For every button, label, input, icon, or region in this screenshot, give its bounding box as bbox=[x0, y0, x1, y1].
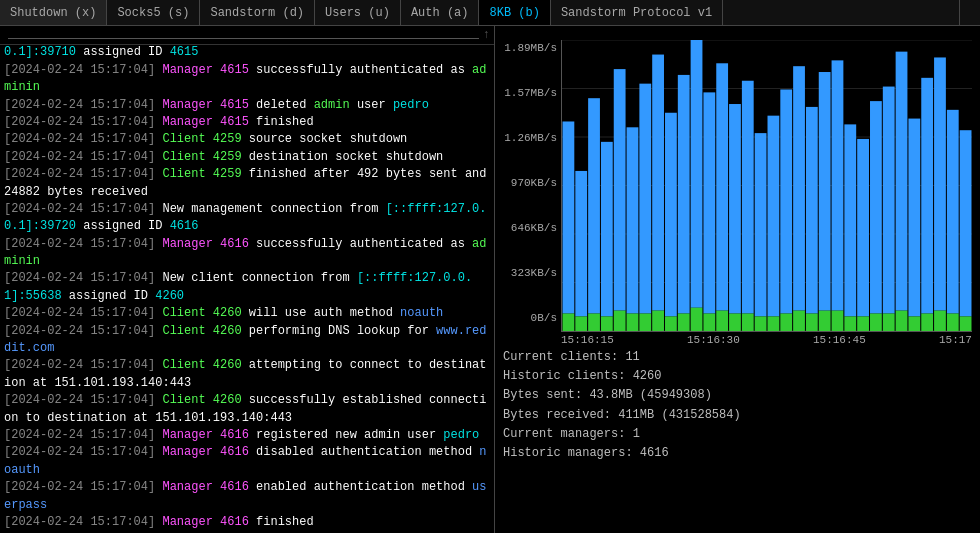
log-line: [2024-02-24 15:17:04] New client connect… bbox=[4, 270, 490, 305]
log-line: [2024-02-24 15:17:04] Manager 4616 succe… bbox=[4, 236, 490, 271]
svg-rect-31 bbox=[716, 63, 728, 310]
y-axis-label: 646KB/s bbox=[511, 222, 557, 234]
stat-label: Historic clients: bbox=[503, 369, 633, 383]
tab-spacer bbox=[723, 0, 960, 25]
log-line: [2024-02-24 15:17:04] New management con… bbox=[4, 45, 490, 62]
chart-container bbox=[561, 40, 972, 332]
tab-sandstorm[interactable]: Sandstorm (d) bbox=[200, 0, 315, 25]
svg-rect-11 bbox=[588, 98, 600, 313]
tab-shutdown[interactable]: Shutdown (x) bbox=[0, 0, 107, 25]
tab-socks5[interactable]: Socks5 (s) bbox=[107, 0, 200, 25]
log-line: [2024-02-24 15:17:04] Manager 4615 delet… bbox=[4, 97, 490, 114]
stat-label: Bytes received: bbox=[503, 408, 618, 422]
x-axis-label: 15:16:45 bbox=[813, 334, 866, 346]
svg-rect-63 bbox=[921, 78, 933, 314]
svg-rect-66 bbox=[934, 311, 946, 331]
stat-label: Current clients: bbox=[503, 350, 625, 364]
svg-rect-21 bbox=[652, 55, 664, 311]
svg-rect-15 bbox=[614, 69, 626, 311]
logs-panel: ↑ [2024-02-24 15:17:04] New management c… bbox=[0, 26, 495, 533]
tab-sandstorm-label: Sandstorm (d) bbox=[210, 6, 304, 20]
svg-rect-12 bbox=[588, 314, 600, 331]
log-line: [2024-02-24 15:17:04] Client 4259 destin… bbox=[4, 149, 490, 166]
tab-users[interactable]: Users (u) bbox=[315, 0, 401, 25]
svg-rect-14 bbox=[601, 316, 613, 331]
stat-line: Current clients: 11 bbox=[503, 348, 972, 367]
log-line: [2024-02-24 15:17:04] Client 4260 attemp… bbox=[4, 357, 490, 392]
svg-rect-56 bbox=[870, 314, 882, 331]
latency-display bbox=[960, 0, 980, 25]
log-line: [2024-02-24 15:17:04] Client 4260 will u… bbox=[4, 305, 490, 322]
x-axis-label: 15:17 bbox=[939, 334, 972, 346]
x-axis-labels: 15:16:1515:16:3015:16:4515:17 bbox=[561, 334, 972, 346]
svg-rect-49 bbox=[832, 60, 844, 310]
svg-rect-20 bbox=[639, 314, 651, 331]
log-line: [2024-02-24 15:17:04] Client 4260 perfor… bbox=[4, 323, 490, 358]
svg-rect-17 bbox=[627, 127, 639, 313]
log-line: [2024-02-24 15:17:04] Manager 4616 disab… bbox=[4, 444, 490, 479]
stat-label: Current managers: bbox=[503, 427, 633, 441]
tab-8kb[interactable]: 8KB (b) bbox=[479, 0, 550, 25]
tab-auth[interactable]: Auth (a) bbox=[401, 0, 480, 25]
graph-area: 1.89MB/s1.57MB/s1.26MB/s970KB/s646KB/s32… bbox=[503, 40, 972, 340]
log-line: [2024-02-24 15:17:04] New management con… bbox=[4, 201, 490, 236]
tab-sandstorm-proto[interactable]: Sandstorm Protocol v1 bbox=[551, 0, 723, 25]
svg-rect-37 bbox=[755, 133, 767, 316]
svg-rect-61 bbox=[908, 119, 920, 317]
svg-rect-46 bbox=[806, 314, 818, 331]
stat-line: Historic managers: 4616 bbox=[503, 444, 972, 463]
svg-rect-53 bbox=[857, 139, 869, 317]
svg-rect-44 bbox=[793, 311, 805, 331]
svg-rect-39 bbox=[768, 116, 780, 317]
svg-rect-68 bbox=[947, 314, 959, 331]
stat-value: 1 bbox=[633, 427, 640, 441]
svg-rect-36 bbox=[742, 314, 754, 331]
stat-line: Historic clients: 4260 bbox=[503, 367, 972, 386]
svg-rect-64 bbox=[921, 314, 933, 331]
y-axis-label: 1.26MB/s bbox=[504, 132, 557, 144]
stat-value: 4260 bbox=[633, 369, 662, 383]
svg-rect-30 bbox=[703, 314, 715, 331]
svg-rect-29 bbox=[703, 92, 715, 313]
tab-users-label: Users (u) bbox=[325, 6, 390, 20]
stats-section: Current clients: 11Historic clients: 426… bbox=[503, 348, 972, 463]
svg-rect-32 bbox=[716, 311, 728, 331]
logs-scroll-indicator: ↑ bbox=[483, 28, 490, 42]
tab-shutdown-label: Shutdown (x) bbox=[10, 6, 96, 20]
svg-rect-43 bbox=[793, 66, 805, 310]
chart-svg bbox=[562, 40, 972, 331]
svg-rect-34 bbox=[729, 314, 741, 331]
svg-rect-9 bbox=[575, 171, 587, 317]
svg-rect-19 bbox=[639, 84, 651, 314]
y-axis-label: 0B/s bbox=[531, 312, 557, 324]
svg-rect-41 bbox=[780, 89, 792, 313]
svg-rect-16 bbox=[614, 311, 626, 331]
tab-bar: Shutdown (x) Socks5 (s) Sandstorm (d) Us… bbox=[0, 0, 980, 26]
svg-rect-35 bbox=[742, 81, 754, 314]
svg-rect-13 bbox=[601, 142, 613, 317]
svg-rect-25 bbox=[678, 75, 690, 314]
y-axis-label: 970KB/s bbox=[511, 177, 557, 189]
svg-rect-52 bbox=[844, 316, 856, 331]
svg-rect-67 bbox=[947, 110, 959, 314]
svg-rect-54 bbox=[857, 316, 869, 331]
svg-rect-50 bbox=[832, 311, 844, 331]
svg-rect-27 bbox=[691, 40, 703, 308]
stat-value: 4616 bbox=[640, 446, 669, 460]
logs-content[interactable]: [2024-02-24 15:17:04] New management con… bbox=[0, 45, 494, 533]
svg-rect-7 bbox=[563, 121, 575, 313]
log-line: [2024-02-24 15:17:04] Client 4259 finish… bbox=[4, 166, 490, 201]
y-axis: 1.89MB/s1.57MB/s1.26MB/s970KB/s646KB/s32… bbox=[503, 40, 561, 340]
logs-header-line bbox=[8, 38, 479, 39]
logs-header: ↑ bbox=[0, 26, 494, 45]
svg-rect-70 bbox=[960, 316, 972, 331]
svg-rect-48 bbox=[819, 311, 831, 331]
stat-line: Bytes received: 411MB (431528584) bbox=[503, 406, 972, 425]
svg-rect-33 bbox=[729, 104, 741, 314]
svg-rect-24 bbox=[665, 316, 677, 331]
main-content: ↑ [2024-02-24 15:17:04] New management c… bbox=[0, 26, 980, 533]
stat-label: Historic managers: bbox=[503, 446, 640, 460]
right-panel: 1.89MB/s1.57MB/s1.26MB/s970KB/s646KB/s32… bbox=[495, 26, 980, 533]
tab-sandstorm-proto-label: Sandstorm Protocol v1 bbox=[561, 6, 712, 20]
x-axis-label: 15:16:30 bbox=[687, 334, 740, 346]
